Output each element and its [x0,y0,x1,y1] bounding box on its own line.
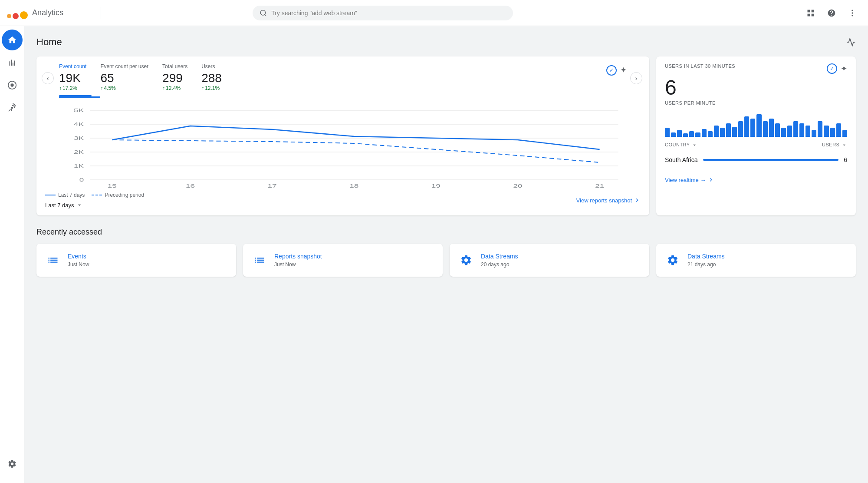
more-vert-button[interactable] [844,4,861,22]
svg-point-7 [852,12,853,13]
sidebar-item-activity[interactable] [2,75,23,96]
recent-card-3[interactable]: Data Streams 21 days ago [656,244,856,277]
chart-nav-right[interactable]: › [630,72,642,84]
view-realtime-link[interactable]: View realtime → [665,176,847,183]
realtime-bar [708,131,713,137]
page-title: Home [36,36,62,48]
recent-info-3: Data Streams 21 days ago [687,253,725,268]
main-chart-card: ‹ Event count 19K 17.2% Event count per … [36,56,649,215]
recent-icon-0 [45,252,61,268]
realtime-bar [756,114,761,137]
realtime-bar [744,116,749,137]
activity-icon [7,80,17,90]
recent-icon-1 [252,252,267,268]
sidebar-bottom [2,453,23,483]
metric-tab-users[interactable]: Users 288 12.1% [201,63,236,96]
period-selector[interactable]: Last 7 days [45,202,144,208]
realtime-bar [732,127,737,137]
check-circle-button[interactable]: ✓ [606,65,617,76]
topbar: Analytics [0,0,868,26]
view-reports-link[interactable]: View reports snapshot [576,197,641,204]
bar-chart-icon [7,58,17,67]
realtime-bar-chart [665,111,847,137]
realtime-sub: USERS PER MINUTE [665,100,847,106]
metric-label-0: Event count [59,63,86,69]
recent-time-3: 21 days ago [687,261,725,268]
datastreams1-settings-icon [460,254,472,266]
search-input[interactable] [271,10,506,17]
help-button[interactable] [823,4,840,22]
legend-label-preceding: Preceding period [105,192,144,198]
sidebar-item-settings[interactable] [2,453,23,474]
country-col-header[interactable]: COUNTRY [665,142,697,148]
recent-name-2: Data Streams [481,253,518,260]
settings-icon [7,459,17,469]
metric-tab-event-count[interactable]: Event count 19K 17.2% [59,63,100,98]
metric-tab-total-users[interactable]: Total users 299 12.4% [162,63,201,96]
chart-nav-left[interactable]: ‹ [42,72,54,84]
legend-line-dashed [92,195,102,195]
metric-label-3: Users [201,63,222,69]
grid-icon-button[interactable] [802,4,819,22]
realtime-bar [763,121,768,137]
country-bar-wrap-0 [703,159,839,161]
main-content: Home ‹ Event count 19K 17.2% Event count… [24,26,868,483]
realtime-bar [842,130,847,137]
metric-change-0: 17.2% [59,85,86,91]
recent-time-2: 20 days ago [481,261,518,268]
metric-tab-event-per-user[interactable]: Event count per user 65 4.5% [100,63,162,96]
users-dropdown-icon [841,142,847,148]
realtime-bar [671,132,676,137]
users-col-header[interactable]: USERS [822,142,847,148]
events-bar-chart-icon [47,254,59,266]
metric-change-1: 4.5% [100,85,148,91]
realtime-bar [775,123,780,137]
recent-time-1: Just Now [274,261,322,268]
country-bar-fill-0 [703,159,839,161]
realtime-sparkle-icon[interactable]: ✦ [841,64,847,73]
sidebar [0,26,24,483]
sidebar-item-reports[interactable] [2,52,23,73]
svg-text:18: 18 [349,183,358,189]
header-icons [846,37,856,47]
metric-value-2: 299 [162,71,187,85]
realtime-bar [695,132,700,137]
legend-last7: Last 7 days [45,192,85,198]
legend-preceding: Preceding period [92,192,144,198]
country-table: COUNTRY USERS South Africa 6 [665,142,847,166]
realtime-card-icons: ✓ ✦ [827,63,847,74]
metric-change-3: 12.1% [201,85,222,91]
svg-text:17: 17 [268,183,277,189]
realtime-bar [714,126,719,137]
realtime-bar [702,129,707,137]
datastreams2-settings-icon [667,254,679,266]
legend-label-last7: Last 7 days [58,192,85,198]
svg-text:16: 16 [186,183,195,189]
svg-text:2K: 2K [74,149,84,155]
metric-label-2: Total users [162,63,187,69]
realtime-bar [836,123,841,137]
recent-card-2[interactable]: Data Streams 20 days ago [450,244,649,277]
recent-name-0: Events [68,253,89,260]
sidebar-item-home[interactable] [2,30,23,50]
realtime-bar [830,128,835,137]
realtime-bar [781,128,786,137]
realtime-bar [689,131,694,137]
sparkle-icon[interactable]: ✦ [620,65,627,75]
recent-card-1[interactable]: Reports snapshot Just Now [243,244,443,277]
realtime-check-circle[interactable]: ✓ [827,63,837,74]
metric-value-3: 288 [201,71,222,85]
search-bar[interactable] [253,6,513,20]
recent-card-0[interactable]: Events Just Now [36,244,236,277]
realtime-bar [793,121,798,137]
recent-time-0: Just Now [68,261,89,268]
activity-line-icon [846,37,856,47]
svg-text:3K: 3K [74,136,84,141]
sidebar-item-satellite[interactable] [2,97,23,118]
metric-change-2: 12.4% [162,85,187,91]
arrow-right-icon [634,197,641,204]
country-users-0: 6 [844,156,847,163]
grid-icon [806,9,815,17]
svg-point-11 [11,107,13,109]
metrics-row: Event count 19K 17.2% Event count per us… [59,63,627,98]
